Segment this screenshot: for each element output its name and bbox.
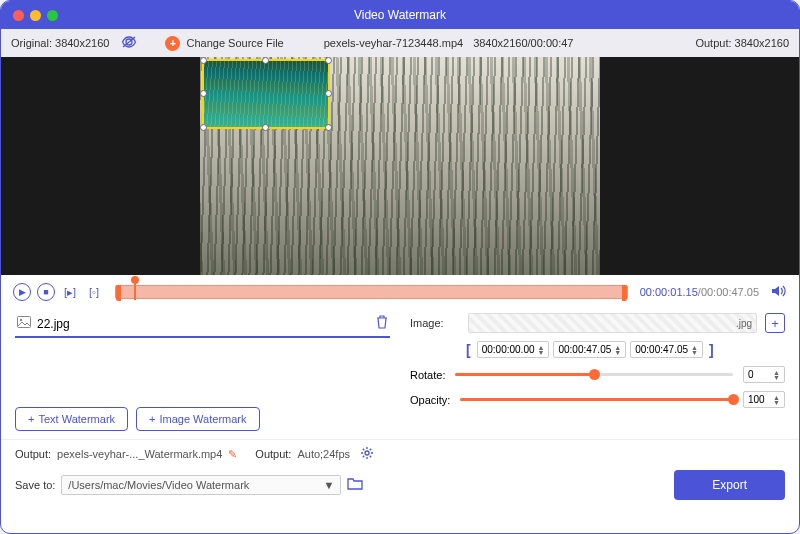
video-frame xyxy=(200,57,600,275)
rotate-label: Rotate: xyxy=(410,369,445,381)
save-path-dropdown[interactable]: /Users/mac/Movies/Video Watermark ▼ xyxy=(61,475,341,495)
volume-icon[interactable] xyxy=(771,284,787,301)
output-filename: pexels-veyhar-..._Watermark.mp4 xyxy=(57,448,222,460)
window-controls xyxy=(13,10,58,21)
image-icon xyxy=(17,316,31,331)
mark-in-button[interactable]: [▸] xyxy=(61,283,79,301)
output-label: Output: xyxy=(15,448,51,460)
resize-handle[interactable] xyxy=(325,124,332,131)
plus-icon: + xyxy=(28,413,34,425)
playhead[interactable] xyxy=(134,280,136,300)
watermark-properties: Image: .jpg + [ 00:00:00.00▲▼ 00:00:47.0… xyxy=(410,311,785,435)
window-title: Video Watermark xyxy=(354,8,446,22)
save-to-label: Save to: xyxy=(15,479,55,491)
play-button[interactable]: ▶ xyxy=(13,283,31,301)
settings-icon[interactable] xyxy=(360,446,374,462)
spinner-icon[interactable]: ▲▼ xyxy=(538,345,545,355)
app-window: Video Watermark Original: 3840x2160 + Ch… xyxy=(0,0,800,534)
info-toolbar: Original: 3840x2160 + Change Source File… xyxy=(1,29,799,57)
add-icon: + xyxy=(165,36,180,51)
start-time-field[interactable]: 00:00:00.00▲▼ xyxy=(477,341,550,358)
change-source-group[interactable]: + Change Source File xyxy=(165,36,283,51)
maximize-window-button[interactable] xyxy=(47,10,58,21)
duration: /00:00:47.05 xyxy=(698,286,759,298)
close-window-button[interactable] xyxy=(13,10,24,21)
delete-watermark-icon[interactable] xyxy=(376,315,388,332)
plus-icon: + xyxy=(149,413,155,425)
browse-image-button[interactable]: + xyxy=(765,313,785,333)
original-resolution: Original: 3840x2160 xyxy=(11,37,109,49)
resize-handle[interactable] xyxy=(262,124,269,131)
trim-end-handle[interactable] xyxy=(622,285,627,301)
time-range-row: [ 00:00:00.00▲▼ 00:00:47.05▲▼ 00:00:47.0… xyxy=(410,341,785,358)
mark-out-button[interactable]: [◦] xyxy=(85,283,103,301)
resize-handle[interactable] xyxy=(325,57,332,64)
source-filename: pexels-veyhar-7123448.mp4 xyxy=(324,37,463,49)
watermark-overlay[interactable] xyxy=(202,59,330,129)
output-preset: Auto;24fps xyxy=(297,448,350,460)
spinner-icon[interactable]: ▲▼ xyxy=(691,345,698,355)
spinner-icon[interactable]: ▲▼ xyxy=(614,345,621,355)
resize-handle[interactable] xyxy=(200,90,207,97)
watermark-item-name: 22.jpg xyxy=(37,317,370,331)
add-watermark-buttons: +Text Watermark +Image Watermark xyxy=(15,407,390,435)
video-preview[interactable] xyxy=(1,57,799,275)
export-button[interactable]: Export xyxy=(674,470,785,500)
watermark-list-column: 22.jpg +Text Watermark +Image Watermark xyxy=(15,311,390,435)
bracket-start-icon[interactable]: [ xyxy=(464,342,473,358)
edit-filename-icon[interactable]: ✎ xyxy=(228,448,237,461)
opacity-slider[interactable] xyxy=(460,398,733,401)
spinner-icon[interactable]: ▲▼ xyxy=(773,395,780,405)
timeline-scrubber[interactable] xyxy=(115,285,628,299)
svg-point-3 xyxy=(365,451,369,455)
current-time: 00:00:01.15 xyxy=(640,286,698,298)
open-folder-icon[interactable] xyxy=(347,477,363,493)
resize-handle[interactable] xyxy=(200,124,207,131)
resize-handle[interactable] xyxy=(262,57,269,64)
duration-field[interactable]: 00:00:47.05▲▼ xyxy=(630,341,703,358)
properties-area: 22.jpg +Text Watermark +Image Watermark … xyxy=(1,309,799,439)
minimize-window-button[interactable] xyxy=(30,10,41,21)
stop-button[interactable]: ■ xyxy=(37,283,55,301)
opacity-value-field[interactable]: 100▲▼ xyxy=(743,391,785,408)
spinner-icon[interactable]: ▲▼ xyxy=(773,370,780,380)
trim-start-handle[interactable] xyxy=(116,285,121,301)
output-preset-label: Output: xyxy=(255,448,291,460)
add-text-watermark-button[interactable]: +Text Watermark xyxy=(15,407,128,431)
end-time-field[interactable]: 00:00:47.05▲▼ xyxy=(553,341,626,358)
change-source-label: Change Source File xyxy=(186,37,283,49)
svg-point-2 xyxy=(20,319,22,321)
source-meta: 3840x2160/00:00:47 xyxy=(473,37,573,49)
time-display: 00:00:01.15/00:00:47.05 xyxy=(640,286,759,298)
watermark-list-item[interactable]: 22.jpg xyxy=(15,311,390,338)
output-resolution: Output: 3840x2160 xyxy=(695,37,789,49)
rotate-slider[interactable] xyxy=(455,373,733,376)
add-image-watermark-button[interactable]: +Image Watermark xyxy=(136,407,259,431)
image-label: Image: xyxy=(410,317,460,329)
image-path-field[interactable]: .jpg xyxy=(468,313,757,333)
resize-handle[interactable] xyxy=(325,90,332,97)
output-settings: Output: pexels-veyhar-..._Watermark.mp4 … xyxy=(1,439,799,512)
svg-rect-1 xyxy=(18,317,31,328)
bracket-end-icon[interactable]: ] xyxy=(707,342,716,358)
opacity-label: Opacity: xyxy=(410,394,450,406)
titlebar: Video Watermark xyxy=(1,1,799,29)
chevron-down-icon: ▼ xyxy=(323,479,334,491)
visibility-toggle-icon[interactable] xyxy=(121,35,137,51)
playback-controls: ▶ ■ [▸] [◦] 00:00:01.15/00:00:47.05 xyxy=(1,275,799,309)
resize-handle[interactable] xyxy=(200,57,207,64)
rotate-value-field[interactable]: 0▲▼ xyxy=(743,366,785,383)
